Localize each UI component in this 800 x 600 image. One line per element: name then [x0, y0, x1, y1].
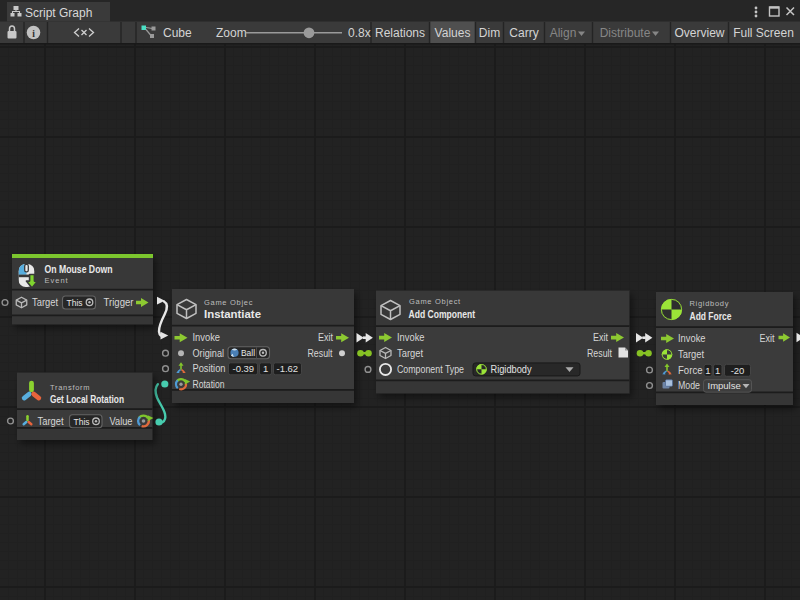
svg-text:Trigger: Trigger	[104, 297, 135, 308]
svg-text:Invoke: Invoke	[678, 333, 706, 344]
svg-text:Game Objec: Game Objec	[204, 298, 253, 307]
svg-text:Relations: Relations	[375, 26, 425, 40]
svg-text:Component Type: Component Type	[397, 364, 464, 375]
svg-text:Original: Original	[193, 348, 225, 359]
svg-text:Transform: Transform	[50, 383, 90, 392]
svg-text:Impulse: Impulse	[708, 380, 741, 391]
svg-text:Rigidbody: Rigidbody	[491, 364, 532, 375]
svg-text:Overview: Overview	[674, 26, 724, 40]
svg-text:Exit: Exit	[318, 332, 333, 343]
svg-text:Exit: Exit	[760, 333, 775, 344]
svg-text:On Mouse Down: On Mouse Down	[45, 263, 113, 275]
svg-text:Invoke: Invoke	[397, 332, 425, 343]
svg-text:Rigidbody: Rigidbody	[690, 299, 730, 308]
svg-text:i: i	[32, 29, 35, 39]
svg-text:Position: Position	[193, 363, 226, 374]
svg-text:Target: Target	[38, 416, 64, 427]
svg-text:0.8x: 0.8x	[348, 26, 371, 40]
svg-text:Exit: Exit	[593, 332, 608, 343]
svg-text:Add Component: Add Component	[409, 308, 476, 320]
svg-text:Target: Target	[678, 349, 704, 360]
svg-text:Target: Target	[397, 348, 423, 359]
svg-text:Distribute: Distribute	[600, 26, 651, 40]
svg-text:Rotation: Rotation	[193, 379, 225, 390]
svg-text:Force: Force	[678, 365, 703, 376]
svg-text:Target: Target	[32, 297, 58, 308]
svg-text:-0.39: -0.39	[233, 363, 255, 374]
svg-text:Align: Align	[550, 26, 577, 40]
svg-text:Invoke: Invoke	[193, 332, 221, 343]
svg-text:1: 1	[715, 365, 720, 376]
svg-text:-1.62: -1.62	[277, 363, 299, 374]
svg-text:Values: Values	[435, 26, 471, 40]
svg-text:Value: Value	[110, 416, 133, 427]
svg-text:Carry: Carry	[509, 26, 538, 40]
svg-text:Result: Result	[587, 348, 612, 359]
svg-text:Get Local Rotation: Get Local Rotation	[50, 393, 124, 405]
svg-text:Full Screen: Full Screen	[733, 26, 794, 40]
svg-text:Ball: Ball	[241, 347, 255, 358]
svg-text:Zoom: Zoom	[216, 26, 247, 40]
svg-text:This: This	[67, 297, 83, 308]
svg-text:Add Force: Add Force	[690, 310, 732, 322]
svg-text:-20: -20	[731, 365, 745, 376]
svg-text:Dim: Dim	[479, 26, 500, 40]
svg-text:1: 1	[263, 363, 268, 374]
svg-text:Game Object: Game Object	[409, 297, 461, 306]
svg-text:Result: Result	[308, 348, 333, 359]
svg-text:Cube: Cube	[163, 26, 192, 40]
svg-text:Mode: Mode	[678, 380, 700, 391]
svg-text:1: 1	[705, 365, 710, 376]
svg-text:Event: Event	[45, 276, 69, 285]
svg-text:This: This	[74, 416, 90, 427]
svg-text:Script Graph: Script Graph	[25, 6, 92, 20]
svg-text:Instantiate: Instantiate	[204, 308, 261, 320]
